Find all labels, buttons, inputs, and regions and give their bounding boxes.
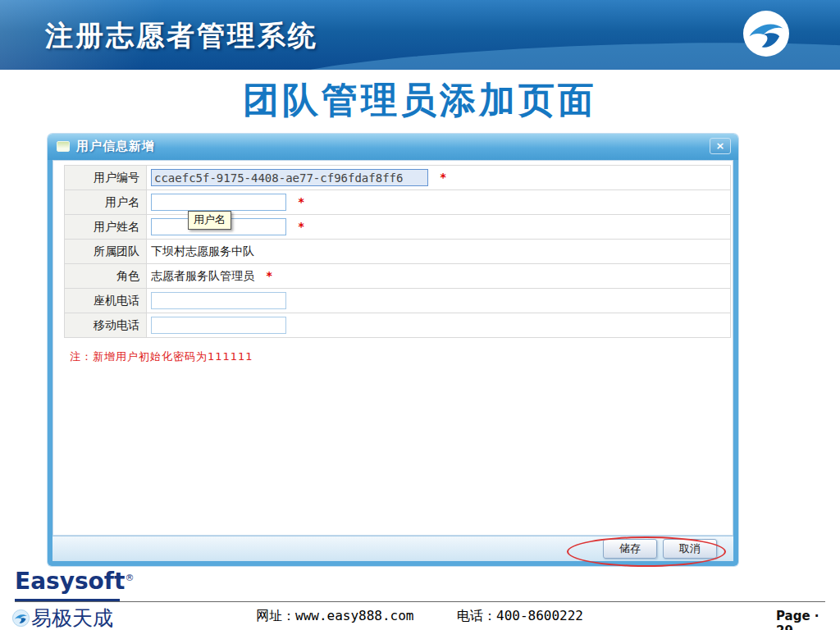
registered-mark: ®: [125, 573, 134, 583]
footer-phone: 电话：400-8600222: [457, 608, 583, 625]
table-row: 用户名 *: [65, 190, 731, 215]
dialog-content: 用户编号 * 用户名 * 用户姓名: [52, 160, 733, 536]
cancel-button[interactable]: 取消: [663, 539, 717, 559]
page-number: Page · 29: [776, 609, 840, 630]
field-label-team: 所属团队: [65, 240, 147, 264]
table-row: 所属团队 下坝村志愿服务中队: [65, 240, 731, 264]
brand-name-en: Easysoft®: [15, 568, 134, 595]
username-tooltip: 用户名: [188, 211, 231, 230]
app-header: 注册志愿者管理系统: [0, 0, 840, 70]
password-note: 注：新增用户初始化密码为111111: [70, 349, 253, 364]
app-title: 注册志愿者管理系统: [45, 17, 318, 55]
footer-website: 网址：www.easy888.com: [256, 608, 414, 625]
field-label-user-id: 用户编号: [65, 166, 147, 190]
brand-swoosh-icon: [743, 11, 789, 57]
field-label-mobile: 移动电话: [65, 313, 147, 338]
team-value: 下坝村志愿服务中队: [147, 240, 731, 264]
table-row: 座机电话: [65, 289, 731, 313]
mobile-phone-field[interactable]: [151, 317, 286, 334]
brand-name-cn: 易极天成: [12, 605, 113, 630]
required-asterisk: *: [266, 269, 272, 282]
dialog-title: 用户信息新增: [76, 139, 155, 154]
required-asterisk: *: [298, 220, 304, 233]
required-asterisk: *: [298, 195, 304, 208]
role-value: 志愿者服务队管理员: [151, 269, 254, 282]
landline-phone-field[interactable]: [151, 292, 286, 309]
footer-divider: [15, 601, 825, 602]
slide-page: 注册志愿者管理系统 团队管理员添加页面 用户信息新增 × 用户编号 *: [0, 0, 840, 630]
form-window-icon: [57, 141, 70, 152]
field-label-role: 角色: [65, 264, 147, 289]
dialog-titlebar[interactable]: 用户信息新增 ×: [48, 134, 738, 160]
table-row: 用户姓名 *: [65, 215, 731, 240]
dialog-body: 用户编号 * 用户名 * 用户姓名: [48, 160, 738, 566]
table-row: 移动电话: [65, 313, 731, 338]
field-label-fullname: 用户姓名: [65, 215, 147, 240]
save-button[interactable]: 储存: [603, 539, 657, 559]
table-row: 用户编号 *: [65, 166, 731, 190]
page-title: 团队管理员添加页面: [0, 76, 840, 125]
user-form-table: 用户编号 * 用户名 * 用户姓名: [64, 165, 731, 338]
dialog-button-bar: 储存 取消: [52, 536, 733, 561]
field-label-landline: 座机电话: [65, 289, 147, 313]
close-icon[interactable]: ×: [710, 138, 731, 154]
brand-swoosh-small-icon: [12, 609, 30, 627]
field-label-username: 用户名: [65, 190, 147, 215]
required-asterisk: *: [440, 171, 445, 184]
user-info-add-dialog: 用户信息新增 × 用户编号 * 用户名: [48, 134, 738, 566]
user-id-field[interactable]: [151, 169, 428, 186]
table-row: 角色 志愿者服务队管理员 *: [65, 264, 731, 289]
username-field[interactable]: [151, 194, 286, 211]
